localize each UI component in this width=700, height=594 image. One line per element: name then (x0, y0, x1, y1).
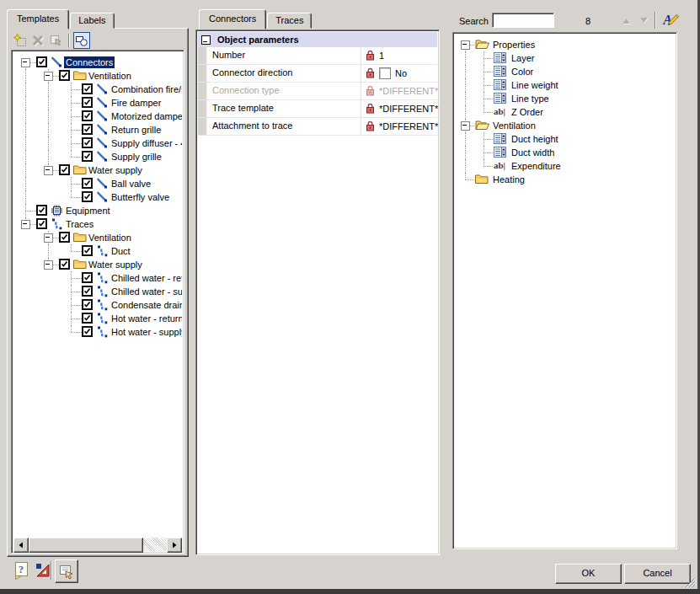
tree-item-label[interactable]: Ball valve (110, 178, 152, 190)
tree-checkbox[interactable] (59, 259, 70, 270)
tree-item[interactable]: Duct (13, 244, 182, 258)
scroll-right-button[interactable] (167, 538, 182, 553)
tree-item-label[interactable]: Fire damper (110, 97, 163, 109)
tree-checkbox[interactable] (82, 151, 93, 162)
tree-item-label[interactable]: Duct (110, 245, 132, 257)
tree-checkbox[interactable] (82, 124, 93, 135)
tree-item-label[interactable]: Connectors (64, 56, 115, 68)
tree-item[interactable]: Combination fire/smo (13, 83, 182, 96)
new-template-button[interactable] (12, 32, 29, 49)
expand-toggle[interactable] (44, 166, 53, 175)
tree-checkbox[interactable] (82, 326, 93, 337)
property-value-cell[interactable]: *DIFFERENT* (361, 100, 437, 117)
property-value-cell[interactable]: No (361, 65, 437, 82)
tree-checkbox[interactable] (59, 232, 70, 243)
tree-item[interactable]: Heating (455, 173, 675, 186)
tree-item[interactable]: Connectors (13, 56, 182, 69)
tree-checkbox[interactable] (82, 191, 93, 202)
tree-item-label[interactable]: Motorized damper (110, 110, 182, 122)
scroll-left-button[interactable] (13, 538, 29, 553)
expand-toggle[interactable] (44, 260, 53, 270)
scroll-track[interactable] (143, 538, 167, 551)
tree-item-label[interactable]: Z Order (510, 106, 545, 118)
tree-item[interactable]: Fire damper (13, 96, 182, 110)
tree-item[interactable]: Hot water - return (13, 312, 182, 325)
tree-item[interactable]: Butterfly valve (13, 190, 182, 204)
tree-item[interactable]: Chilled water - supply (13, 285, 182, 298)
tree-item-label[interactable]: Supply diffuser - 4-wa (110, 137, 182, 149)
tree-item[interactable]: Condensate drain (13, 298, 182, 312)
tree-item[interactable]: Traces (13, 217, 182, 231)
tree-checkbox[interactable] (82, 110, 93, 121)
property-value[interactable]: 1 (379, 51, 384, 61)
tree-item-label[interactable]: Equipment (64, 205, 112, 217)
tree-checkbox[interactable] (82, 178, 93, 189)
tree-checkbox[interactable] (82, 137, 93, 148)
tree-item[interactable]: Line weight (455, 78, 675, 92)
tree-checkbox[interactable] (59, 70, 70, 81)
tree-item[interactable]: Color (455, 65, 675, 78)
search-input[interactable] (492, 13, 554, 28)
tree-item-label[interactable]: Chilled water - supply (110, 286, 182, 297)
tree-item[interactable]: Water supply (13, 258, 182, 271)
tree-checkbox[interactable] (82, 83, 93, 94)
search-previous-button[interactable] (618, 13, 633, 28)
collapse-toggle[interactable] (201, 35, 211, 45)
property-value-cell[interactable]: *DIFFERENT* (361, 118, 437, 135)
property-value[interactable]: *DIFFERENT* (379, 121, 438, 131)
tree-item[interactable]: Supply grille (13, 150, 182, 163)
tree-item[interactable]: Ventilation (13, 69, 182, 83)
tree-item[interactable]: Line type (455, 92, 675, 105)
tab-labels[interactable]: Labels (70, 13, 114, 29)
tree-checkbox[interactable] (82, 97, 93, 108)
tree-item-label[interactable]: Water supply (87, 259, 144, 270)
tree-checkbox[interactable] (36, 218, 47, 229)
property-value[interactable]: No (395, 68, 407, 78)
tree-item-label[interactable]: Hot water - return (110, 313, 182, 324)
tree-checkbox[interactable] (82, 299, 93, 310)
tab-templates[interactable]: Templates (7, 9, 69, 29)
preview-button[interactable] (73, 32, 90, 49)
tree-item-label[interactable]: Ventilation (491, 120, 537, 131)
tree-item[interactable]: Ball valve (13, 177, 182, 190)
tree-checkbox[interactable] (59, 164, 70, 175)
tree-item-label[interactable]: Traces (64, 218, 95, 230)
form-pointer-button[interactable] (55, 559, 78, 583)
tree-item-label[interactable]: Properties (491, 39, 537, 51)
tree-checkbox[interactable] (82, 245, 93, 256)
tree-item[interactable]: Equipment (13, 204, 182, 217)
tree-item-label[interactable]: Duct height (510, 133, 560, 145)
tree-item-label[interactable]: Ventilation (87, 232, 133, 243)
tree-checkbox[interactable] (36, 205, 47, 216)
expand-toggle[interactable] (461, 121, 470, 131)
expand-toggle[interactable] (21, 58, 30, 67)
expand-toggle[interactable] (461, 40, 470, 50)
scroll-thumb[interactable] (29, 538, 143, 553)
tree-item-label[interactable]: Chilled water - return (110, 272, 182, 284)
tree-item[interactable]: Motorized damper (13, 110, 182, 123)
property-value[interactable]: *DIFFERENT* (379, 86, 438, 96)
search-next-button[interactable] (636, 13, 651, 28)
horizontal-scrollbar[interactable] (13, 538, 182, 551)
tree-item-label[interactable]: Duct width (510, 147, 556, 158)
search-attribute-edit-button[interactable]: A (660, 10, 682, 29)
tree-item[interactable]: Duct width (455, 146, 675, 159)
tree-item[interactable]: Layer (455, 51, 675, 65)
tree-item[interactable]: Properties (455, 38, 675, 51)
tree-checkbox[interactable] (82, 286, 93, 297)
tree-checkbox[interactable] (82, 272, 93, 283)
help-button[interactable]: ? (13, 561, 30, 582)
tree-item[interactable]: Ventilation (13, 231, 182, 244)
set-square-button[interactable] (35, 562, 51, 581)
tree-item[interactable]: ab|Expenditure (455, 159, 675, 173)
tree-item[interactable]: Supply diffuser - 4-wa (13, 136, 182, 150)
tree-item-label[interactable]: Ventilation (87, 70, 133, 82)
tree-item-label[interactable]: Return grille (110, 124, 163, 136)
ok-button[interactable]: OK (555, 564, 622, 584)
tree-item-label[interactable]: Color (510, 66, 535, 78)
tree-item[interactable]: Return grille (13, 123, 182, 136)
tree-item-label[interactable]: Hot water - supply (110, 326, 182, 338)
tree-item-label[interactable]: Line type (510, 93, 551, 104)
tree-item[interactable]: Water supply (13, 163, 182, 177)
tree-checkbox[interactable] (82, 313, 93, 324)
